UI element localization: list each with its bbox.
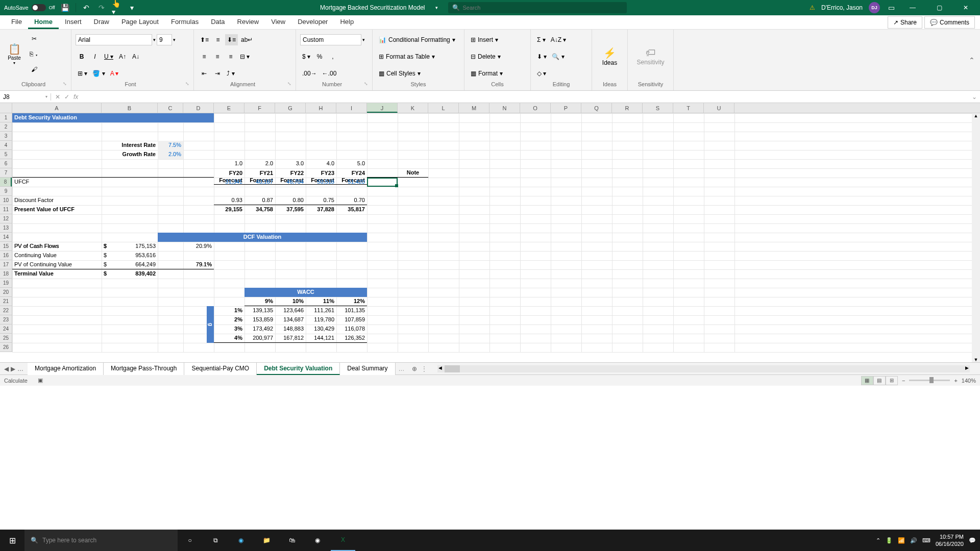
row-header-22[interactable]: 22 <box>0 306 12 315</box>
cell-D15[interactable]: 20.9% <box>183 242 214 251</box>
col-header-S[interactable]: S <box>643 103 673 113</box>
menu-developer[interactable]: Developer <box>291 16 334 29</box>
paste-button[interactable]: 📋 Paste ▾ <box>4 39 24 69</box>
expand-formula-button[interactable]: ⌄ <box>969 93 980 101</box>
cell-H6[interactable]: 4.0 <box>306 159 336 168</box>
increase-indent-button[interactable]: ⇥ <box>211 68 224 79</box>
col-header-H[interactable]: H <box>306 103 336 113</box>
qat-customize-icon[interactable]: ▾ <box>127 3 137 13</box>
cell-C14[interactable]: DCF Valuation <box>158 233 367 242</box>
col-header-A[interactable]: A <box>12 103 102 113</box>
cell-A18[interactable]: Terminal Value <box>12 269 102 279</box>
undo-icon[interactable]: ↶ <box>81 3 91 13</box>
cell-C17[interactable] <box>158 260 183 269</box>
name-box[interactable]: J8▾ <box>0 93 51 101</box>
col-header-C[interactable]: C <box>158 103 183 113</box>
volume-icon[interactable]: 🔊 <box>910 537 917 544</box>
share-button[interactable]: ↗Share <box>888 16 922 29</box>
cell-I22[interactable]: 101,135 <box>336 306 367 315</box>
increase-decimal-button[interactable]: .00→ <box>300 68 319 79</box>
cell-B17[interactable]: $664,249 <box>102 260 158 269</box>
cell-G21[interactable]: 10% <box>275 297 306 306</box>
merge-button[interactable]: ⊟ ▾ <box>238 51 252 62</box>
zoom-level[interactable]: 140% <box>962 378 976 384</box>
accept-formula-button[interactable]: ✓ <box>64 93 69 101</box>
touch-mode-icon[interactable]: 👆▾ <box>112 3 122 13</box>
decrease-indent-button[interactable]: ⇤ <box>198 68 210 79</box>
cell-J7[interactable] <box>367 168 398 178</box>
orientation-button[interactable]: ⤴ ▾ <box>225 68 237 79</box>
cell-I6[interactable]: 5.0 <box>336 159 367 168</box>
row-header-26[interactable]: 26 <box>0 343 12 352</box>
normal-view-button[interactable]: ▦ <box>861 376 873 385</box>
underline-button[interactable]: U ▾ <box>102 51 115 62</box>
row-header-20[interactable]: 20 <box>0 288 12 297</box>
row-header-23[interactable]: 23 <box>0 315 12 324</box>
page-break-view-button[interactable]: ⊞ <box>886 376 898 385</box>
row-header-18[interactable]: 18 <box>0 269 12 279</box>
cell-E11[interactable]: 29,155 <box>214 205 244 214</box>
menu-view[interactable]: View <box>265 16 291 29</box>
col-header-J[interactable]: J <box>367 103 398 113</box>
clock[interactable]: 10:57 PM 06/16/2020 <box>936 533 964 548</box>
cell-F11[interactable]: 34,758 <box>244 205 275 214</box>
cell-B4[interactable]: Interest Rate <box>102 141 158 150</box>
cell-B16[interactable]: $953,616 <box>102 251 158 260</box>
cell-E24[interactable]: 3% <box>214 324 244 334</box>
row-header-25[interactable]: 25 <box>0 334 12 343</box>
display-options-icon[interactable]: ▭ <box>886 3 896 13</box>
cell-G25[interactable]: 167,812 <box>275 334 306 343</box>
notifications-icon[interactable]: 💬 <box>969 537 976 544</box>
col-header-Q[interactable]: Q <box>581 103 612 113</box>
menu-file[interactable]: File <box>5 16 28 29</box>
cell-I8[interactable]: 51,420 <box>336 178 367 187</box>
menu-page-layout[interactable]: Page Layout <box>115 16 165 29</box>
close-button[interactable]: ✕ <box>955 1 976 15</box>
cell-A16[interactable]: Continuing Value <box>12 251 102 260</box>
cell-H23[interactable]: 119,780 <box>306 315 336 324</box>
collapse-ribbon-button[interactable]: ⌃ <box>964 56 980 64</box>
insert-cells-button[interactable]: ⊞Insert ▾ <box>469 34 500 45</box>
col-header-D[interactable]: D <box>183 103 214 113</box>
cell-A10[interactable]: Discount Factor <box>12 196 102 205</box>
cell-G6[interactable]: 3.0 <box>275 159 306 168</box>
format-cells-button[interactable]: ▦Format ▾ <box>469 68 505 79</box>
fill-color-button[interactable]: 🪣 ▾ <box>90 68 107 79</box>
cell-G11[interactable]: 37,595 <box>275 205 306 214</box>
macro-record-icon[interactable]: ▣ <box>38 377 43 384</box>
row-header-9[interactable]: 9 <box>0 187 12 196</box>
bold-button[interactable]: B <box>76 51 88 62</box>
edge-app[interactable]: ◉ <box>229 530 253 551</box>
vertical-scrollbar[interactable]: ▲ ▼ <box>972 113 980 362</box>
explorer-app[interactable]: 📁 <box>254 530 279 551</box>
decrease-decimal-button[interactable]: ←.00 <box>320 68 339 79</box>
cell-F21[interactable]: 9% <box>244 297 275 306</box>
cortana-app[interactable]: ○ <box>178 530 202 551</box>
cell-A11[interactable]: Present Value of UFCF <box>12 205 102 214</box>
conditional-formatting-button[interactable]: 📊Conditional Formatting ▾ <box>377 34 457 45</box>
fill-button[interactable]: ⬇ ▾ <box>535 51 549 62</box>
cell-E25[interactable]: 4% <box>214 334 244 343</box>
cell-I11[interactable]: 35,817 <box>336 205 367 214</box>
row-header-13[interactable]: 13 <box>0 223 12 233</box>
warning-icon[interactable]: ⚠ <box>810 4 815 11</box>
align-bottom-button[interactable]: ⬇≡ <box>225 34 238 45</box>
percent-button[interactable]: % <box>313 51 326 62</box>
cell-I23[interactable]: 107,859 <box>336 315 367 324</box>
minimize-button[interactable]: — <box>902 1 923 15</box>
cell-A15[interactable]: PV of Cash Flows <box>12 242 102 251</box>
delete-cells-button[interactable]: ⊟Delete ▾ <box>469 51 503 62</box>
sheet-tab-sequential-pay-cmo[interactable]: Sequential-Pay CMO <box>184 363 257 375</box>
cell-H10[interactable]: 0.75 <box>306 196 336 205</box>
col-header-B[interactable]: B <box>102 103 158 113</box>
cell-H11[interactable]: 37,828 <box>306 205 336 214</box>
cell-H24[interactable]: 130,429 <box>306 324 336 334</box>
menu-review[interactable]: Review <box>231 16 265 29</box>
number-format-input[interactable] <box>300 34 361 45</box>
col-header-M[interactable]: M <box>459 103 489 113</box>
cell-A1[interactable]: Debt Security Valuation <box>12 113 214 122</box>
col-header-F[interactable]: F <box>244 103 275 113</box>
zoom-slider[interactable] <box>909 380 950 381</box>
row-header-12[interactable]: 12 <box>0 214 12 223</box>
align-center-button[interactable]: ≡ <box>211 51 224 62</box>
